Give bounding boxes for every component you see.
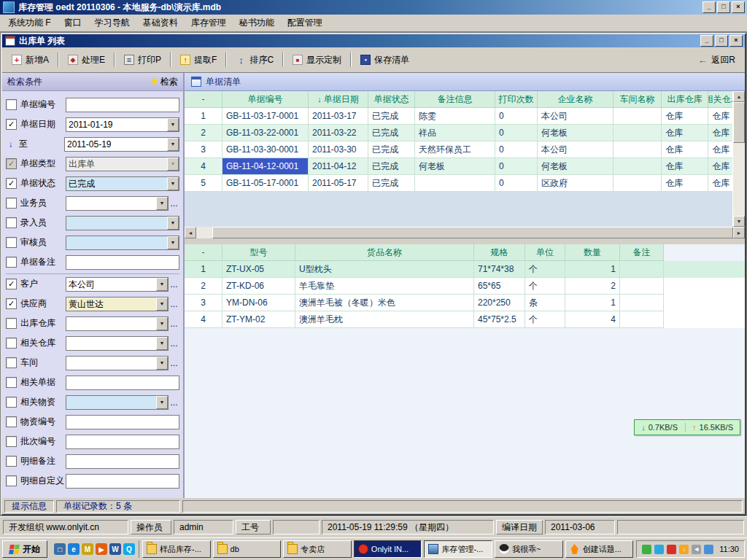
- table-cell[interactable]: 2011-04-12: [309, 158, 368, 175]
- table-row[interactable]: 3YM-DN-06澳洲羊毛被（冬暖）米色220*250条1: [185, 295, 745, 311]
- table-cell[interactable]: 仓库: [662, 175, 708, 192]
- menu-item[interactable]: 库存管理: [185, 15, 233, 31]
- table-row[interactable]: 3GB-11-03-30-00012011-03-30已完成天然环保员工0本公司…: [185, 141, 732, 158]
- toolbar-button-sort[interactable]: 排序C: [229, 51, 280, 69]
- table-cell[interactable]: ZT-UX-05: [222, 261, 295, 278]
- text-input[interactable]: [66, 98, 179, 112]
- table-cell[interactable]: 0: [495, 108, 538, 125]
- menu-item[interactable]: 窗口: [58, 15, 88, 31]
- table-row[interactable]: 4ZT-YM-02澳洲羊毛枕45*75*2.5个4: [185, 311, 745, 328]
- table-cell[interactable]: 本公司: [538, 141, 614, 158]
- ellipsis-button[interactable]: ...: [169, 397, 179, 408]
- toolbar-button-customize[interactable]: 显示定制: [286, 51, 348, 69]
- table-cell[interactable]: 2: [185, 278, 222, 295]
- table-cell[interactable]: [415, 175, 495, 192]
- table-cell[interactable]: 2011-03-17: [309, 108, 368, 125]
- dropdown-arrow-icon[interactable]: ▼: [167, 177, 179, 190]
- child-maximize-button[interactable]: □: [715, 35, 728, 47]
- column-header[interactable]: 规格: [474, 244, 525, 261]
- table-cell[interactable]: GB-11-03-30-0001: [222, 141, 309, 158]
- table-cell[interactable]: [614, 141, 662, 158]
- table-cell[interactable]: YM-DN-06: [222, 295, 295, 311]
- table-cell[interactable]: 0: [495, 125, 538, 141]
- network-icon[interactable]: [704, 545, 713, 554]
- ellipsis-button[interactable]: ...: [169, 358, 179, 368]
- dropdown-10[interactable]: 本公司▼: [66, 277, 169, 292]
- scroll-left-button[interactable]: ◄: [185, 227, 196, 238]
- maximize-button[interactable]: □: [717, 1, 730, 13]
- dropdown-5[interactable]: 已完成▼: [66, 176, 179, 191]
- menu-item[interactable]: 学习导航: [88, 15, 136, 31]
- table-cell[interactable]: 已完成: [368, 141, 415, 158]
- menu-item[interactable]: 配置管理: [281, 15, 329, 31]
- doc-horizontal-scrollbar[interactable]: ◄ ►: [185, 227, 745, 238]
- doc-vertical-scrollbar[interactable]: ▲ ▼: [732, 91, 745, 227]
- table-cell[interactable]: 个: [525, 261, 565, 278]
- checkbox[interactable]: [6, 217, 17, 228]
- table-cell[interactable]: 条: [525, 295, 565, 311]
- return-button[interactable]: 返回R: [691, 51, 742, 69]
- horizontal-scroll-thumb[interactable]: [212, 227, 733, 238]
- checkbox[interactable]: [6, 237, 17, 248]
- column-header[interactable]: 出库仓库: [662, 91, 708, 108]
- table-cell[interactable]: 2011-03-22: [309, 125, 368, 141]
- dropdown-arrow-icon[interactable]: ▼: [156, 357, 168, 370]
- taskbar-button[interactable]: 样品库存-...: [142, 540, 211, 558]
- table-cell[interactable]: 已完成: [368, 175, 415, 192]
- table-cell[interactable]: 1: [565, 295, 620, 311]
- menu-item[interactable]: 系统功能 F: [1, 15, 58, 31]
- table-cell[interactable]: 个: [525, 311, 565, 328]
- table-cell[interactable]: 仓库: [708, 158, 735, 175]
- column-header[interactable]: -: [185, 91, 222, 108]
- table-cell[interactable]: ZT-KD-06: [222, 278, 295, 295]
- dropdown-7[interactable]: ▼: [66, 216, 179, 230]
- child-minimize-button[interactable]: _: [700, 35, 713, 47]
- scroll-down-button[interactable]: ▼: [733, 216, 745, 227]
- table-cell[interactable]: GB-11-03-22-0001: [222, 125, 309, 141]
- toolbar-button-new[interactable]: 新增A: [5, 51, 55, 69]
- ellipsis-button[interactable]: ...: [169, 198, 179, 209]
- toolbar-button-extract[interactable]: 提取F: [174, 51, 223, 69]
- table-cell[interactable]: U型枕头: [295, 261, 474, 278]
- table-cell[interactable]: 澳洲羊毛枕: [295, 311, 474, 328]
- column-header[interactable]: 单据状态: [368, 91, 415, 108]
- checkbox[interactable]: [6, 99, 17, 110]
- table-cell[interactable]: 2011-05-17: [309, 175, 368, 192]
- table-row[interactable]: 1GB-11-03-17-00012011-03-17已完成陈雯0本公司仓库仓库: [185, 108, 732, 125]
- column-header[interactable]: 企业名称: [538, 91, 614, 108]
- table-cell[interactable]: 3: [185, 141, 222, 158]
- table-cell[interactable]: [614, 158, 662, 175]
- column-header[interactable]: 车间名称: [614, 91, 662, 108]
- table-cell[interactable]: 何老板: [538, 125, 614, 141]
- text-input[interactable]: [66, 415, 179, 429]
- dropdown-arrow-icon[interactable]: ▼: [156, 337, 168, 350]
- table-cell[interactable]: 已完成: [368, 158, 415, 175]
- table-cell[interactable]: [620, 261, 664, 278]
- column-header[interactable]: 数量: [565, 244, 620, 261]
- checkbox[interactable]: ✓: [6, 298, 17, 309]
- table-cell[interactable]: 220*250: [474, 295, 525, 311]
- table-cell[interactable]: 已完成: [368, 125, 415, 141]
- toolbar-button-print[interactable]: 打印P: [117, 51, 168, 69]
- menu-item[interactable]: 秘书功能: [233, 15, 281, 31]
- table-cell[interactable]: 3: [185, 295, 222, 311]
- child-titlebar[interactable]: 出库单 列表 _ □ ×: [2, 34, 745, 47]
- table-cell[interactable]: 2: [185, 125, 222, 141]
- checkbox[interactable]: ✓: [6, 158, 17, 169]
- table-cell[interactable]: 陈雯: [415, 108, 495, 125]
- dropdown-14[interactable]: ▼: [66, 356, 169, 370]
- table-cell[interactable]: 个: [525, 278, 565, 295]
- table-row[interactable]: 5GB-11-05-17-00012011-05-17已完成0区政府仓库仓库: [185, 175, 732, 192]
- taskbar-button[interactable]: 专卖店: [283, 540, 352, 558]
- text-input[interactable]: [66, 255, 179, 270]
- table-cell[interactable]: [614, 108, 662, 125]
- table-cell[interactable]: 仓库: [708, 125, 735, 141]
- word-icon[interactable]: W: [109, 543, 121, 555]
- table-cell[interactable]: 65*65: [474, 278, 525, 295]
- dropdown-arrow-icon[interactable]: ▼: [167, 138, 179, 151]
- taskbar-button[interactable]: 创建话题...: [565, 540, 634, 558]
- taskbar-button[interactable]: db: [213, 540, 282, 558]
- volume-icon[interactable]: ◄: [692, 545, 701, 554]
- column-header[interactable]: 打印次数: [495, 91, 538, 108]
- scroll-up-button[interactable]: ▲: [733, 91, 745, 102]
